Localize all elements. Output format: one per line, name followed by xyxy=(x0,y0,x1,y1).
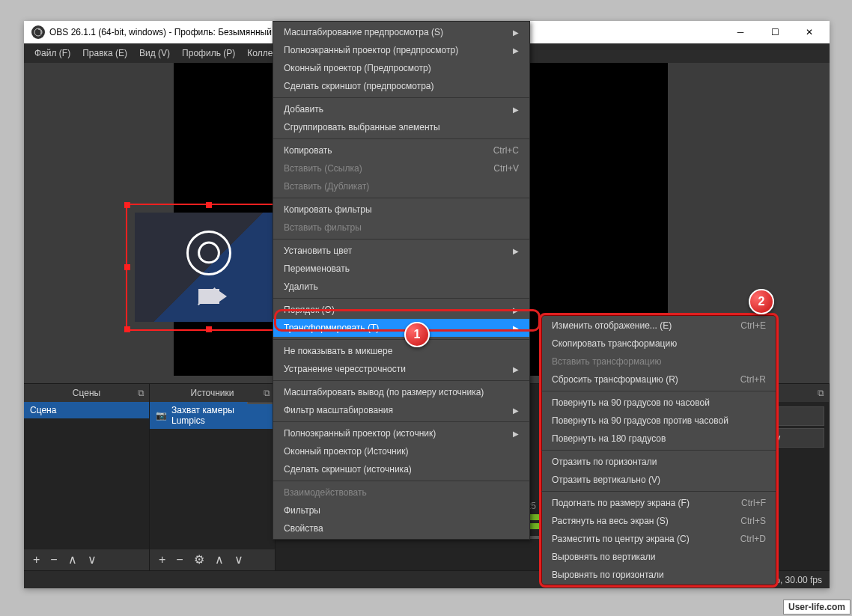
close-button[interactable]: ✕ xyxy=(792,21,827,43)
maximize-button[interactable]: ☐ xyxy=(758,21,792,43)
menu-item[interactable]: Сделать скриншот (предпросмотра) xyxy=(273,77,529,95)
menu-item[interactable]: Повернуть на 180 градусов xyxy=(541,430,776,448)
source-down-button[interactable]: ∨ xyxy=(230,552,248,567)
menu-item[interactable]: Растянуть на весь экран (S)Ctrl+S xyxy=(541,512,776,530)
menu-item: Вставить фильтры xyxy=(273,219,529,237)
menu-item[interactable]: Разместить по центру экрана (C)Ctrl+D xyxy=(541,530,776,548)
source-placeholder xyxy=(135,213,283,322)
menu-item[interactable]: Оконный проектор (Источник) xyxy=(273,442,529,460)
callout-2: 2 xyxy=(749,289,774,314)
source-up-button[interactable]: ∧ xyxy=(210,552,228,567)
svg-point-0 xyxy=(34,28,42,36)
source-selection[interactable] xyxy=(126,204,292,331)
popout-icon[interactable]: ⧉ xyxy=(138,388,144,398)
sources-header: Источники ⧉ xyxy=(150,384,275,402)
menu-item: Взаимодействовать xyxy=(273,484,529,501)
watermark: User-life.com xyxy=(783,600,851,615)
camera-icon: 📷 xyxy=(156,410,167,421)
scenes-panel: Сцены ⧉ Сцена + − ∧ ∨ xyxy=(24,384,150,570)
scene-up-button[interactable]: ∧ xyxy=(64,552,82,567)
scene-item[interactable]: Сцена xyxy=(24,402,149,418)
menu-item[interactable]: Сбросить трансформацию (R)Ctrl+R xyxy=(541,370,776,388)
menu-file[interactable]: Файл (F) xyxy=(28,45,76,61)
minimize-button[interactable]: ─ xyxy=(723,21,758,43)
obs-logo-icon xyxy=(186,231,231,275)
camera-off-icon xyxy=(198,289,219,304)
menu-item[interactable]: Повернуть на 90 градусов против часовой xyxy=(541,412,776,430)
menu-item[interactable]: Копировать фильтры xyxy=(273,201,529,219)
menu-item[interactable]: Сделать скриншот (источника) xyxy=(273,460,529,478)
scene-down-button[interactable]: ∨ xyxy=(83,552,101,567)
source-item[interactable]: 📷 Захват камеры Lumpics xyxy=(150,402,275,429)
menu-item[interactable]: Полноэкранный проектор (источник)▶ xyxy=(273,424,529,442)
source-props-button[interactable]: ⚙ xyxy=(189,552,209,567)
menu-item[interactable]: Порядок (O)▶ xyxy=(273,301,529,319)
menu-item[interactable]: Переименовать xyxy=(273,260,529,278)
remove-source-button[interactable]: − xyxy=(171,552,187,567)
menu-item[interactable]: Сгруппировать выбранные элементы xyxy=(273,118,529,136)
add-source-button[interactable]: + xyxy=(154,552,170,567)
menu-item: Вставить трансформацию xyxy=(541,353,776,370)
menu-item[interactable]: Выровнять по вертикали xyxy=(541,548,776,566)
sources-panel: Источники ⧉ 📷 Захват камеры Lumpics + − … xyxy=(150,384,276,570)
menu-item[interactable]: Масштабирование предпросмотра (S)▶ xyxy=(273,23,529,41)
menu-item[interactable]: Скопировать трансформацию xyxy=(541,335,776,353)
menu-profile[interactable]: Профиль (P) xyxy=(176,45,241,61)
menu-item[interactable]: Добавить▶ xyxy=(273,100,529,118)
menu-item: Вставить (Ссылка)Ctrl+V xyxy=(273,159,529,177)
app-icon xyxy=(31,25,45,39)
menu-item[interactable]: Удалить xyxy=(273,278,529,296)
menu-item[interactable]: Полноэкранный проектор (предпросмотр)▶ xyxy=(273,41,529,59)
menu-item[interactable]: Фильтр масштабирования▶ xyxy=(273,401,529,419)
context-menu-main: Масштабирование предпросмотра (S)▶Полноэ… xyxy=(273,21,530,540)
menu-item[interactable]: Свойства xyxy=(273,519,529,537)
menu-item[interactable]: Отразить по горизонтали xyxy=(541,453,776,471)
menu-item: Вставить (Дубликат) xyxy=(273,177,529,195)
add-scene-button[interactable]: + xyxy=(28,552,44,567)
menu-item[interactable]: Оконный проектор (Предпросмотр) xyxy=(273,59,529,77)
popout-icon[interactable]: ⧉ xyxy=(818,388,824,398)
remove-scene-button[interactable]: − xyxy=(46,552,61,567)
menu-item[interactable]: Не показывать в микшере xyxy=(273,342,529,360)
callout-1: 1 xyxy=(404,322,430,347)
menu-edit[interactable]: Правка (E) xyxy=(76,45,133,61)
menu-item[interactable]: Отразить вертикально (V) xyxy=(541,471,776,489)
menu-item[interactable]: Изменить отображение... (E)Ctrl+E xyxy=(541,317,776,335)
menu-item[interactable]: Установить цвет▶ xyxy=(273,242,529,260)
menu-item[interactable]: КопироватьCtrl+C xyxy=(273,141,529,159)
menu-item[interactable]: Масштабировать вывод (по размеру источни… xyxy=(273,383,529,401)
menu-item[interactable]: Трансформировать (T)▶ xyxy=(273,319,529,337)
context-menu-transform: Изменить отображение... (E)Ctrl+EСкопиро… xyxy=(539,313,779,588)
menu-item[interactable]: Повернуть на 90 градусов по часовой xyxy=(541,394,776,412)
popout-icon[interactable]: ⧉ xyxy=(264,388,270,398)
scenes-header: Сцены ⧉ xyxy=(24,384,149,402)
menu-item[interactable]: Фильтры xyxy=(273,501,529,519)
menu-item[interactable]: Устранение чересстрочности▶ xyxy=(273,360,529,378)
menu-item[interactable]: Подогнать по размеру экрана (F)Ctrl+F xyxy=(541,494,776,512)
menu-item[interactable]: Выровнять по горизонтали xyxy=(541,566,776,584)
menu-view[interactable]: Вид (V) xyxy=(133,45,176,61)
